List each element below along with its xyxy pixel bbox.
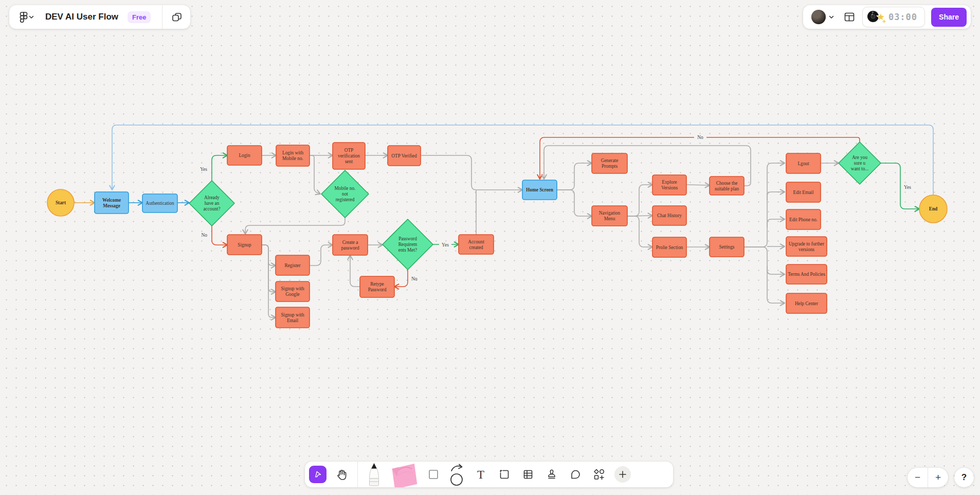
edge-loginMobile-mobileNotReg[interactable] [310,155,320,194]
edge-retypePwd-createPwd[interactable] [350,255,360,287]
node-upgrade[interactable]: Upgrade to furtherversions [786,237,827,256]
node-mobileNotReg[interactable]: Mobile no.notregistered [321,170,369,218]
table-icon [522,468,534,481]
node-pwdMet[interactable]: PasswordRequirements Met? [383,219,433,270]
node-loginMobile[interactable]: Login withMobile no. [276,145,310,166]
node-label: Terms And Policies [788,272,825,277]
zoom-controls: − + [908,468,948,487]
edge-signup-signupEmail[interactable] [262,245,276,317]
edge-register-createPwd[interactable] [310,245,333,266]
node-login[interactable]: Login [227,146,262,165]
node-otpSent[interactable]: OTPverificationsent [333,143,365,169]
chevron-down-icon [828,15,834,19]
timer-widget[interactable]: ♪ 03:00 [862,7,925,27]
figma-logo-menu[interactable] [16,9,36,25]
zoom-in-button[interactable]: + [928,468,948,487]
node-end[interactable]: End [919,195,947,223]
edge-settings-lgout[interactable] [744,163,785,247]
stamp-tool[interactable] [540,462,564,487]
connector-tool[interactable] [445,462,469,487]
zoom-out-button[interactable]: − [908,468,928,487]
sticky-note-icon [388,462,420,487]
divider [162,5,162,29]
edge-homeScreen-navMenu[interactable] [557,190,592,216]
avatar [811,10,826,24]
edge-navMenu-exploreVersions[interactable] [627,185,652,216]
node-label: Create apassword [341,240,359,251]
node-start[interactable]: Start [47,189,74,216]
node-choosePlan[interactable]: Choose thesuitable plan [710,176,744,195]
node-otpVerified[interactable]: OTP Verified [388,146,421,166]
plus-circle [614,466,631,483]
edge-settings-terms[interactable] [767,266,785,274]
node-already[interactable]: Alreadyhave anaccount? [189,181,234,226]
node-genPrompts[interactable]: GeneratePrompts [592,153,627,173]
node-label: Lgout [797,161,809,166]
chevron-down-icon [29,15,34,19]
hand-tool[interactable] [330,462,353,487]
node-register[interactable]: Register [276,255,310,275]
node-terms[interactable]: Terms And Policies [786,264,827,284]
edge-settings-editPhone[interactable] [767,219,785,227]
node-retypePwd[interactable]: RetypePassword [360,276,394,297]
node-chatHistory[interactable]: Chat History [652,206,686,225]
node-label: Prolie Section [656,245,683,250]
add-tool[interactable] [611,462,634,487]
edge-exploreVersions-choosePlan[interactable] [686,185,710,185]
sticky-note-tool[interactable] [386,462,422,487]
widgets-tool[interactable] [587,462,611,487]
edge-already-login[interactable] [212,155,227,181]
shape-tool[interactable] [422,462,445,487]
node-label: Signup [238,242,251,247]
edge-label-no: No [201,233,207,238]
edge-mobileNotReg-signup[interactable] [245,218,345,234]
share-button[interactable]: Share [931,8,967,27]
edge-already-signup[interactable] [212,226,227,245]
help-button[interactable]: ? [954,468,974,487]
node-signupEmail[interactable]: Signup withEmail [276,307,310,328]
text-tool[interactable]: T [469,462,493,487]
node-exploreVersions[interactable]: ExploreVersions [652,175,686,195]
node-editEmail[interactable]: Edit Email [786,182,821,202]
node-areYouSure[interactable]: Are yousure uwant to... [839,142,881,184]
file-title[interactable]: DEV AI User Flow [45,12,118,22]
marker-tool[interactable] [362,462,386,487]
account-menu[interactable] [809,8,837,26]
node-signup[interactable]: Signup [227,235,262,255]
node-homeScreen[interactable]: Home Screen [522,180,557,200]
edge-navMenu-prolieSection[interactable] [627,216,652,247]
edge-settings-editEmail[interactable] [767,192,785,200]
whiteboard-canvas[interactable]: YesNoYesNoYesNoStartWelcomeMessageAuthen… [0,0,980,495]
node-settings[interactable]: Settings [710,237,744,257]
node-welcome[interactable]: WelcomeMessage [95,192,129,214]
node-helpCenter[interactable]: Help Center [786,293,827,313]
section-tool[interactable] [493,462,516,487]
node-lgout[interactable]: Lgout [786,153,821,173]
marker-pen-icon [367,463,381,486]
pages-button[interactable] [169,9,185,25]
layout-panel-button[interactable] [841,9,858,25]
node-label: Start [56,200,66,205]
edge-areYouSure-end[interactable] [881,163,919,209]
node-signupGoogle[interactable]: Signup withGoogle [276,281,310,302]
comment-bubble-icon [569,468,582,481]
node-label: End [929,206,938,211]
node-prolieSection[interactable]: Prolie Section [652,237,686,257]
node-label: Chat History [657,213,682,218]
edge-settings-helpCenter[interactable] [744,247,785,303]
node-navMenu[interactable]: NavigationMenu [592,206,627,226]
select-tool[interactable] [309,466,326,483]
table-tool[interactable] [516,462,540,487]
node-auth[interactable]: Authentication [142,194,177,213]
comment-tool[interactable] [564,462,587,487]
node-label: Home Screen [526,187,554,192]
edge-pwdMet-retypePwd[interactable] [394,270,408,287]
node-editPhone[interactable]: Edit Phone no. [786,209,821,229]
file-header: DEV AI User Flow Free [9,5,190,29]
node-createPwd[interactable]: Create apassword [333,235,368,255]
edge-otpVerified-homeScreen[interactable] [421,155,522,190]
edge-homeScreen-genPrompts[interactable] [557,163,592,190]
node-label: Authentication [146,201,174,206]
figma-logo-icon [19,11,29,23]
node-accountCreated[interactable]: Accountcreated [459,235,494,254]
